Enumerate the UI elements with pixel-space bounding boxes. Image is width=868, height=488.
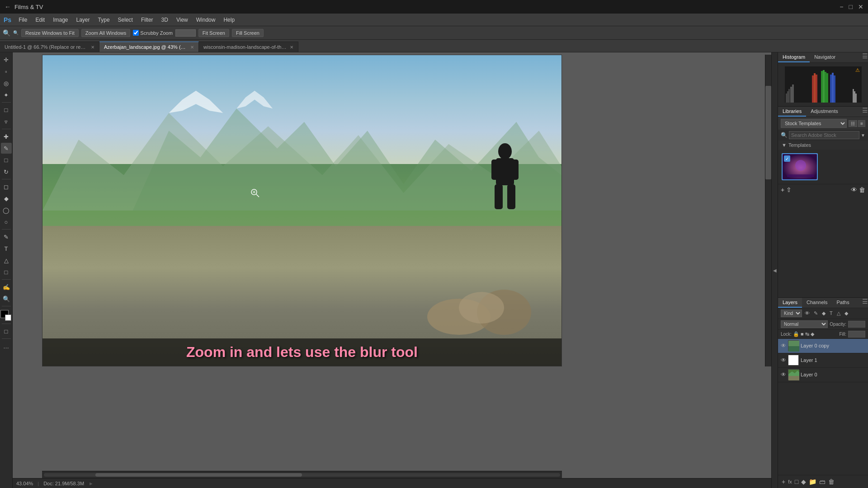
menu-3d[interactable]: 3D: [158, 15, 172, 25]
group-btn[interactable]: 📁: [808, 477, 817, 486]
menu-filter[interactable]: Filter: [137, 15, 157, 25]
scroll-track[interactable]: [44, 473, 560, 477]
lock-icon-2[interactable]: ■: [801, 331, 804, 337]
adjustments-tab[interactable]: Adjustments: [806, 107, 843, 117]
layer-vis-0[interactable]: 👁: [781, 371, 786, 378]
path-tool[interactable]: △: [1, 255, 12, 266]
layer-icon-6[interactable]: ◆: [843, 310, 849, 317]
lib-section-chevron[interactable]: ▼: [782, 142, 787, 148]
history-brush-tool[interactable]: ↻: [1, 166, 12, 177]
layer-item-0[interactable]: 👁 Layer 0: [778, 368, 868, 382]
menu-layer[interactable]: Layer: [73, 15, 94, 25]
dodge-tool[interactable]: ○: [1, 216, 12, 227]
collapse-handle[interactable]: ◀: [771, 52, 778, 488]
fit-screen-btn[interactable]: Fit Screen: [198, 29, 229, 37]
fx-btn[interactable]: fx: [787, 478, 793, 485]
clone-tool[interactable]: □: [1, 155, 12, 165]
lock-icon-1[interactable]: 🔒: [793, 331, 799, 337]
healing-tool[interactable]: ✚: [1, 131, 12, 142]
screen-mode-btn[interactable]: □: [1, 326, 12, 337]
type-tool[interactable]: T: [1, 243, 12, 254]
more-tools-btn[interactable]: …: [1, 341, 12, 352]
layer-icon-5[interactable]: △: [835, 310, 842, 317]
tab-untitled[interactable]: Untitled-1 @ 66.7% (Replace or remove a …: [0, 42, 99, 52]
menu-help[interactable]: Help: [220, 15, 238, 25]
layers-panel-menu[interactable]: ☰: [862, 298, 868, 308]
eraser-tool[interactable]: ◻: [1, 181, 12, 192]
blur-tool[interactable]: ◯: [1, 205, 12, 216]
paths-tab[interactable]: Paths: [832, 298, 854, 308]
menu-window[interactable]: Window: [193, 15, 219, 25]
eyedropper-tool[interactable]: ▿: [1, 116, 12, 127]
layer-icon-3[interactable]: ◆: [821, 310, 827, 317]
delete-layer-btn[interactable]: 🗑: [827, 477, 835, 486]
vscroll-thumb[interactable]: [765, 86, 771, 179]
panel-menu-icon[interactable]: ☰: [862, 52, 868, 62]
marquee-tool[interactable]: ▫: [1, 66, 12, 77]
foreground-background-colors[interactable]: [0, 310, 12, 322]
lib-delete-btn[interactable]: 🗑: [859, 186, 865, 193]
scrubby-zoom-checkbox[interactable]: Scrubby Zoom: [133, 30, 173, 36]
menu-edit[interactable]: Edit: [32, 15, 48, 25]
zoom-value-input[interactable]: 100%: [175, 29, 196, 37]
shape-tool[interactable]: □: [1, 267, 12, 277]
maximize-button[interactable]: □: [849, 3, 853, 10]
horizontal-scrollbar[interactable]: [42, 471, 562, 478]
crop-tool[interactable]: □: [1, 104, 12, 115]
layer-vis-1[interactable]: 👁: [781, 357, 786, 363]
libraries-tab[interactable]: Libraries: [778, 107, 806, 117]
zoom-all-windows-btn[interactable]: Zoom All Windows: [81, 29, 130, 37]
layers-kind-select[interactable]: Kind: [781, 310, 802, 317]
close-button[interactable]: ✕: [858, 3, 863, 10]
adjustment-btn[interactable]: ◆: [800, 477, 807, 486]
magic-wand-tool[interactable]: ✦: [1, 89, 12, 100]
vertical-scrollbar[interactable]: [765, 55, 771, 366]
opacity-input[interactable]: 100%: [848, 321, 865, 328]
lib-panel-menu[interactable]: ☰: [862, 107, 868, 117]
histogram-tab[interactable]: Histogram: [778, 52, 810, 62]
layer-item-0-copy[interactable]: 👁 Layer 0 copy: [778, 339, 868, 353]
navigator-tab[interactable]: Navigator: [810, 52, 840, 62]
tab-wisconsin[interactable]: wisconsin-madison-landscape-of-the-natur…: [199, 42, 298, 52]
lib-add-btn[interactable]: +: [781, 186, 784, 193]
lasso-tool[interactable]: ◎: [1, 78, 12, 89]
lock-icon-3[interactable]: ↹: [805, 331, 809, 337]
lib-upload-btn[interactable]: ⇧: [786, 186, 792, 193]
brush-tool[interactable]: ✎: [1, 143, 12, 154]
layer-icon-4[interactable]: T: [828, 310, 834, 316]
zoom-tool[interactable]: 🔍: [1, 293, 12, 304]
scrubby-zoom-input[interactable]: [133, 30, 139, 36]
tab-close-2[interactable]: ✕: [190, 45, 194, 50]
menu-file[interactable]: File: [15, 15, 31, 25]
move-tool[interactable]: ✛: [1, 54, 12, 65]
hand-tool[interactable]: ✍: [1, 282, 12, 292]
add-layer-btn[interactable]: +: [781, 477, 786, 486]
canvas-container[interactable]: Zoom in and lets use the blur tool 43.04…: [13, 52, 771, 488]
background-color[interactable]: [5, 314, 11, 321]
menu-view[interactable]: View: [173, 15, 192, 25]
resize-windows-btn[interactable]: Resize Windows to Fit: [21, 29, 79, 37]
menu-select[interactable]: Select: [114, 15, 137, 25]
scroll-thumb[interactable]: [95, 473, 302, 477]
layer-mask-btn[interactable]: □: [794, 477, 799, 486]
tab-close-1[interactable]: ✕: [91, 45, 94, 50]
minimize-button[interactable]: −: [840, 3, 843, 10]
menu-image[interactable]: Image: [49, 15, 71, 25]
layer-item-1[interactable]: 👁 Layer 1: [778, 353, 868, 368]
layer-vis-0-copy[interactable]: 👁: [781, 343, 786, 349]
lock-icon-4[interactable]: ◆: [811, 331, 814, 337]
menu-type[interactable]: Type: [94, 15, 113, 25]
lib-list-view[interactable]: ≡: [858, 120, 865, 127]
lib-grid-view[interactable]: ☷: [849, 120, 857, 127]
layer-icon-1[interactable]: 👁: [803, 310, 811, 316]
layer-icon-2[interactable]: ✎: [812, 310, 819, 317]
fill-input[interactable]: 100%: [848, 331, 865, 338]
lib-dropdown-select[interactable]: Stock Templates: [781, 119, 847, 128]
back-button[interactable]: ←: [5, 3, 11, 10]
tab-close-3[interactable]: ✕: [290, 45, 293, 50]
pen-tool[interactable]: ✎: [1, 231, 12, 242]
layers-tab[interactable]: Layers: [778, 298, 802, 308]
lib-visibility-btn[interactable]: 👁: [851, 186, 857, 193]
lib-search-input[interactable]: [789, 131, 859, 139]
channels-tab[interactable]: Channels: [802, 298, 832, 308]
